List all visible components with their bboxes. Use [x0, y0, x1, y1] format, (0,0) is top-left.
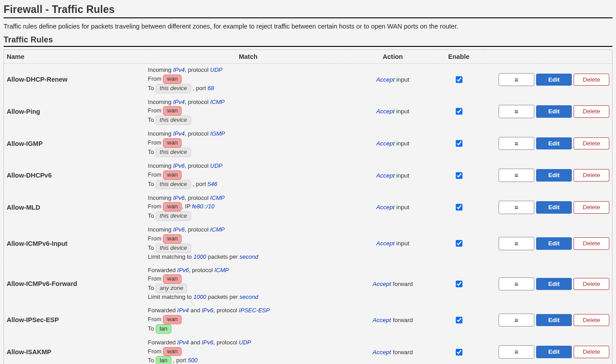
rule-buttons: ≡EditDelete — [483, 304, 612, 336]
rule-match: Forwarded IPv6, protocol ICMPFrom wanTo … — [145, 264, 351, 304]
rule-action: Accept input — [351, 191, 434, 223]
edit-button[interactable]: Edit — [536, 169, 572, 182]
rule-name: Allow-ICMPv6-Input — [4, 223, 146, 264]
rule-buttons: ≡EditDelete — [483, 336, 612, 364]
rule-match: Incoming IPv6, protocol ICMPFrom wanTo t… — [145, 223, 351, 264]
rule-enable-cell — [434, 264, 483, 304]
zone-badge-wan: wan — [163, 274, 182, 284]
reorder-button[interactable]: ≡ — [499, 105, 534, 118]
zone-badge-this-device: this device — [156, 84, 191, 93]
rule-name: Allow-MLD — [4, 191, 146, 223]
rule-name: Allow-ICMPv6-Forward — [4, 264, 146, 304]
zone-badge-lan: lan — [156, 356, 171, 364]
rule-action: Accept input — [351, 95, 434, 128]
rule-action: Accept input — [351, 223, 434, 264]
rule-action: Accept forward — [351, 264, 434, 304]
page-title: Firewall - Traffic Rules — [4, 4, 612, 18]
enable-checkbox[interactable] — [456, 76, 462, 83]
delete-button[interactable]: Delete — [574, 137, 609, 150]
rule-action: Accept forward — [351, 336, 434, 364]
delete-button[interactable]: Delete — [574, 314, 609, 327]
rule-name: Allow-ISAKMP — [4, 336, 146, 364]
reorder-button[interactable]: ≡ — [499, 137, 534, 150]
reorder-button[interactable]: ≡ — [499, 73, 534, 87]
enable-checkbox[interactable] — [456, 140, 462, 147]
reorder-button[interactable]: ≡ — [499, 277, 534, 291]
rule-enable-cell — [434, 128, 483, 160]
zone-badge-this-device: this device — [156, 148, 191, 157]
edit-button[interactable]: Edit — [536, 201, 572, 214]
delete-button[interactable]: Delete — [574, 105, 609, 118]
enable-checkbox[interactable] — [456, 172, 462, 179]
reorder-button[interactable]: ≡ — [499, 169, 534, 182]
rule-match: Incoming IPv4, protocol IGMPFrom wanTo t… — [145, 128, 351, 160]
edit-button[interactable]: Edit — [536, 237, 572, 250]
rule-enable-cell — [434, 191, 483, 223]
delete-button[interactable]: Delete — [574, 237, 609, 250]
edit-button[interactable]: Edit — [536, 346, 572, 358]
rule-enable-cell — [434, 159, 483, 191]
col-name: Name — [4, 50, 146, 64]
table-row: Allow-MLDIncoming IPv6, protocol ICMPFro… — [4, 191, 612, 223]
reorder-button[interactable]: ≡ — [499, 201, 534, 214]
rule-enable-cell — [434, 223, 483, 264]
rule-buttons: ≡EditDelete — [483, 64, 612, 96]
rule-action: Accept forward — [351, 304, 434, 336]
rule-name: Allow-DHCP-Renew — [4, 64, 146, 96]
enable-checkbox[interactable] — [456, 204, 462, 211]
delete-button[interactable]: Delete — [574, 169, 609, 182]
zone-badge-lan: lan — [156, 324, 171, 334]
enable-checkbox[interactable] — [456, 349, 462, 356]
col-action: Action — [351, 50, 434, 64]
rule-match: Incoming IPv4, protocol UDPFrom wanTo th… — [145, 64, 351, 96]
rule-name: Allow-IPSec-ESP — [4, 304, 146, 336]
rule-buttons: ≡EditDelete — [483, 95, 612, 128]
edit-button[interactable]: Edit — [536, 314, 572, 327]
rule-enable-cell — [434, 64, 483, 96]
table-row: Allow-PingIncoming IPv4, protocol ICMPFr… — [4, 95, 612, 128]
rule-action: Accept input — [351, 64, 434, 96]
rule-buttons: ≡EditDelete — [483, 159, 612, 191]
zone-badge-this-device: this device — [156, 180, 191, 189]
rule-match: Incoming IPv6, protocol UDPFrom wanTo th… — [145, 159, 351, 191]
delete-button[interactable]: Delete — [574, 74, 609, 86]
rule-buttons: ≡EditDelete — [483, 264, 612, 304]
table-row: Allow-DHCPv6Incoming IPv6, protocol UDPF… — [4, 159, 612, 191]
zone-badge-wan: wan — [163, 106, 182, 116]
delete-button[interactable]: Delete — [574, 346, 609, 358]
rule-enable-cell — [434, 95, 483, 128]
delete-button[interactable]: Delete — [574, 278, 609, 290]
col-enable: Enable — [434, 50, 483, 64]
enable-checkbox[interactable] — [456, 317, 462, 323]
reorder-button[interactable]: ≡ — [499, 345, 534, 359]
edit-button[interactable]: Edit — [536, 137, 572, 150]
col-match: Match — [145, 50, 351, 64]
zone-badge-wan: wan — [163, 347, 182, 356]
rule-name: Allow-Ping — [4, 95, 146, 128]
rule-enable-cell — [434, 304, 483, 336]
rule-name: Allow-DHCPv6 — [4, 159, 146, 191]
zone-badge-wan: wan — [163, 315, 182, 324]
rule-match: Incoming IPv4, protocol ICMPFrom wanTo t… — [145, 95, 351, 128]
enable-checkbox[interactable] — [456, 281, 462, 287]
edit-button[interactable]: Edit — [536, 105, 572, 118]
reorder-button[interactable]: ≡ — [499, 314, 534, 327]
enable-checkbox[interactable] — [456, 108, 462, 115]
rule-enable-cell — [434, 336, 483, 364]
rule-match: Forwarded IPv4 and IPv6, protocol IPSEC-… — [145, 304, 351, 336]
edit-button[interactable]: Edit — [536, 278, 572, 290]
delete-button[interactable]: Delete — [574, 201, 609, 214]
zone-badge-this-device: this device — [156, 116, 191, 125]
enable-checkbox[interactable] — [456, 240, 462, 247]
zone-badge-wan: wan — [163, 234, 182, 244]
zone-badge-this-device: this device — [156, 211, 191, 221]
reorder-button[interactable]: ≡ — [499, 237, 534, 250]
rule-buttons: ≡EditDelete — [483, 128, 612, 160]
section-title: Traffic Rules — [4, 35, 612, 47]
edit-button[interactable]: Edit — [536, 74, 572, 86]
zone-badge-wan: wan — [163, 74, 182, 84]
zone-badge-wan: wan — [163, 138, 182, 148]
table-row: Allow-ICMPv6-InputIncoming IPv6, protoco… — [4, 223, 612, 264]
zone-badge-wan: wan — [163, 170, 182, 180]
table-row: Allow-ICMPv6-ForwardForwarded IPv6, prot… — [4, 264, 612, 304]
